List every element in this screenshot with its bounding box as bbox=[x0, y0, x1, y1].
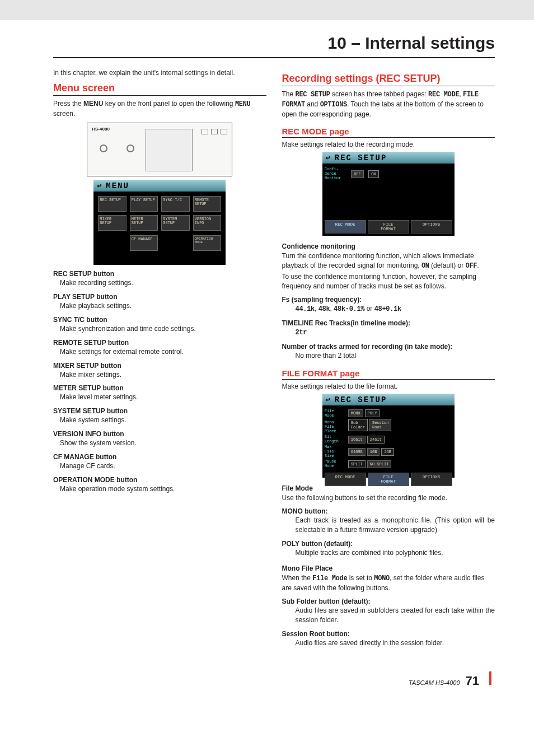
tab-file-format: FILE FORMAT bbox=[368, 473, 409, 486]
knob-icon bbox=[127, 144, 134, 152]
rec-mode-intro: Make settings related to the recording m… bbox=[282, 140, 495, 150]
off-button: OFF bbox=[351, 170, 364, 178]
lcd-btn-sync-tc: SYNC T/C bbox=[161, 196, 190, 212]
timeline-title: TIMELINE Rec Tracks(in timeline mode): bbox=[282, 319, 495, 327]
intro-paragraph: In this chapter, we explain the unit's i… bbox=[53, 68, 266, 78]
chapter-title: 10 – Internal settings bbox=[53, 20, 495, 58]
2gb-btn: 2GB bbox=[381, 448, 394, 456]
mono-on: ON bbox=[421, 262, 429, 270]
item-desc: Make operation mode system settings. bbox=[60, 484, 266, 494]
text: Press the bbox=[53, 100, 83, 108]
hardware-panel-image: HS-4000 bbox=[87, 123, 232, 176]
top-bar bbox=[0, 0, 534, 20]
session-root-title: Session Root button: bbox=[282, 630, 495, 638]
sub-folder-title: Sub Folder button (default): bbox=[282, 598, 495, 605]
item-title: CF MANAGE button bbox=[53, 453, 266, 461]
lcd-btn-meter-setup: METER SETUP bbox=[130, 215, 158, 231]
mono-fs: 44.1k bbox=[296, 305, 315, 313]
mono-text: OPTIONS bbox=[320, 101, 347, 109]
tab-rec-mode: REC MODE bbox=[325, 220, 366, 234]
menu-mono: MENU bbox=[235, 100, 251, 108]
item-title: REMOTE SETUP button bbox=[53, 339, 266, 347]
tab-file-format: FILE FORMAT bbox=[368, 220, 409, 234]
640mb-btn: 640MB bbox=[348, 448, 366, 456]
mono-fs: 48k-0.1% bbox=[334, 305, 364, 313]
nosplit-btn: NO SPLIT bbox=[367, 460, 392, 468]
item-title: REC SETUP button bbox=[53, 270, 266, 278]
file-format-lcd-image: ↩REC SETUP File ModeMONOPOLY Mono File P… bbox=[322, 394, 455, 478]
lcd-menu-title: MENU bbox=[106, 181, 129, 190]
accent-bar-icon bbox=[489, 671, 491, 685]
subfolder-btn: Sub Folder bbox=[348, 419, 368, 431]
recording-settings-heading: Recording settings (REC SETUP) bbox=[282, 73, 495, 86]
16bit-btn: 16bit bbox=[348, 436, 366, 444]
button-grid-icon bbox=[202, 129, 228, 134]
file-format-page-heading: FILE FORMAT page bbox=[282, 368, 495, 380]
item-title: MIXER SETUP button bbox=[53, 362, 266, 370]
back-icon: ↩ bbox=[97, 181, 106, 190]
mono-off: OFF bbox=[465, 262, 477, 270]
knob-icon bbox=[100, 144, 107, 152]
item-title: PLAY SETUP button bbox=[53, 293, 266, 301]
mono-file-place-intro: When the File Mode is set to MONO, set t… bbox=[282, 573, 495, 593]
file-mode-intro: Use the following buttons to set the rec… bbox=[282, 493, 495, 503]
split-btn: SPLIT bbox=[348, 460, 366, 468]
sessionroot-btn: Session Root bbox=[369, 419, 391, 431]
menu-screen-heading: Menu screen bbox=[53, 82, 266, 96]
ff-lbl: Max File Size bbox=[325, 445, 348, 458]
mono-file-place-heading: Mono File Place bbox=[282, 564, 495, 572]
item-title: OPERATION MODE button bbox=[53, 476, 266, 484]
mono-btn: MONO bbox=[348, 409, 363, 417]
confidence-desc-1: Turn the confidence monitoring function,… bbox=[282, 251, 495, 271]
page-footer: TASCAM HS-4000 71 bbox=[53, 671, 495, 688]
item-title: SYSTEM SETUP button bbox=[53, 407, 266, 415]
text: screen has three tabbed pages: bbox=[330, 90, 428, 98]
mono-button-desc: Each track is treated as a monophonic fi… bbox=[296, 516, 495, 535]
text: The bbox=[282, 90, 296, 98]
lcd-btn-version-info: VERSION INFO bbox=[193, 215, 222, 231]
ff-lbl: Mono File Place bbox=[325, 420, 348, 433]
item-desc: Show the system version. bbox=[60, 438, 266, 448]
sub-folder-desc: Audio files are saved in subfolders crea… bbox=[296, 606, 495, 625]
mono-filemode: File Mode bbox=[312, 575, 347, 582]
item-desc: Make synchronization and time code setti… bbox=[60, 324, 266, 334]
24bit-btn: 24bit bbox=[367, 436, 385, 444]
item-desc: Make mixer settings. bbox=[60, 370, 266, 380]
file-format-intro: Make settings related to the file format… bbox=[282, 382, 495, 391]
1gb-btn: 1GB bbox=[367, 448, 380, 456]
confidence-desc-2: To use the confidence monitoring functio… bbox=[282, 272, 495, 291]
item-title: VERSION INFO button bbox=[53, 430, 266, 438]
tab-rec-mode: REC MODE bbox=[325, 473, 366, 486]
mono-fs: 48+0.1k bbox=[374, 305, 401, 313]
menu-intro: Press the MENU key on the front panel to… bbox=[53, 99, 266, 119]
poly-button-title: POLY button (default): bbox=[282, 540, 495, 548]
lcd-btn-cf-manage: CF MANAGE bbox=[130, 235, 158, 251]
ff-lbl: Bit Length bbox=[325, 435, 348, 444]
armed-title: Number of tracks armed for recording (in… bbox=[282, 343, 495, 351]
footer-model: TASCAM HS-4000 bbox=[409, 679, 460, 686]
lcd-btn-operation-mode: OPERATION MODE bbox=[193, 235, 222, 251]
session-root-desc: Audio files are saved directly in the se… bbox=[296, 638, 495, 648]
poly-button-desc: Multiple tracks are combined into polyph… bbox=[296, 548, 495, 558]
confidence-monitoring-heading: Confidence monitoring bbox=[282, 242, 495, 250]
menu-key-bold: MENU bbox=[83, 100, 103, 108]
confidence-label: Confi- dence Monitor bbox=[325, 167, 348, 180]
lcd-icon bbox=[146, 129, 193, 171]
mono-button-title: MONO button: bbox=[282, 507, 495, 515]
timeline-value: 2tr bbox=[296, 329, 307, 337]
mono-text: REC SETUP bbox=[296, 91, 330, 99]
tab-options: OPTIONS bbox=[411, 473, 452, 486]
rec-mode-lcd-image: ↩REC SETUP Confi- dence Monitor OFF ON R… bbox=[322, 152, 455, 236]
text: , bbox=[459, 90, 463, 98]
text: When the bbox=[282, 574, 313, 582]
mono-text: REC MODE bbox=[428, 91, 459, 99]
text: (default) or bbox=[429, 262, 466, 269]
text: . bbox=[477, 262, 479, 269]
tab-options: OPTIONS bbox=[411, 220, 452, 234]
text: and bbox=[305, 100, 320, 108]
item-desc: Make settings for external remote contro… bbox=[60, 347, 266, 357]
armed-desc: No more than 2 total bbox=[296, 351, 495, 361]
text: or bbox=[364, 305, 374, 312]
rec-intro: The REC SETUP screen has three tabbed pa… bbox=[282, 90, 495, 119]
text: screen. bbox=[53, 110, 75, 118]
